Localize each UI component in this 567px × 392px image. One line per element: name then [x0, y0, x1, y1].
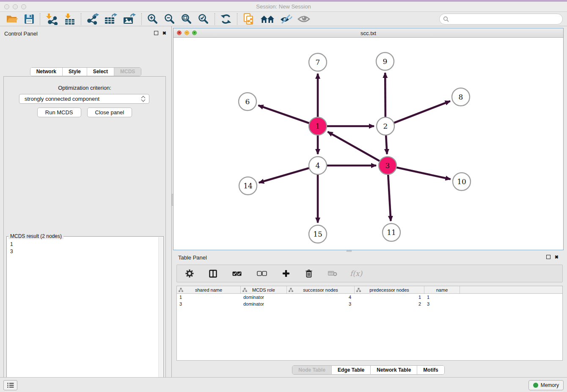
cell-successor-nodes[interactable]: 3: [287, 301, 355, 307]
clone-network-button[interactable]: [240, 13, 258, 25]
show-all-button[interactable]: [295, 13, 313, 25]
search-input[interactable]: [439, 14, 563, 25]
search-field: [439, 14, 563, 25]
dropdown-stepper-icon: [141, 96, 146, 102]
table-settings-button[interactable]: [183, 267, 196, 280]
graph-node-label: 10: [457, 177, 466, 186]
graph-node-label: 15: [313, 230, 322, 238]
open-file-button[interactable]: [3, 13, 21, 25]
memory-status-icon: [533, 383, 538, 388]
column-header-shared-name[interactable]: shared name: [177, 286, 241, 293]
table-row[interactable]: 1 dominator 4 1 1: [177, 294, 562, 301]
result-scrollbar[interactable]: [158, 237, 163, 392]
refresh-button[interactable]: [217, 13, 234, 25]
table-tabs: Node Table Edge Table Network Table Moti…: [173, 365, 564, 375]
delete-row-button[interactable]: [303, 267, 315, 280]
import-table-button[interactable]: [61, 13, 78, 25]
export-network-button[interactable]: [84, 13, 102, 25]
close-panel-icon[interactable]: ✖: [162, 31, 166, 35]
column-header-mcds-role[interactable]: MCDS role: [241, 286, 287, 293]
control-panel: Control Panel ✖ Network Style Select MCD…: [0, 26, 171, 377]
show-columns-button[interactable]: [206, 267, 220, 280]
mcds-tab-content: Optimization criterion: strongly connect…: [3, 76, 166, 392]
graph-node-label: 6: [245, 97, 250, 106]
network-window-title: scc.txt: [173, 30, 563, 36]
tab-network[interactable]: Network: [30, 68, 63, 76]
cell-mcds-role[interactable]: dominator: [241, 294, 287, 301]
unchecked-boxes-icon: [257, 271, 267, 276]
criterion-dropdown[interactable]: strongly connected component: [19, 94, 149, 104]
mcds-result-line: 3: [10, 248, 163, 255]
cell-shared-name[interactable]: 3: [177, 301, 241, 307]
task-history-button[interactable]: [3, 380, 17, 390]
toolbar-separator: [81, 13, 81, 25]
cell-predecessor-nodes[interactable]: 2: [355, 301, 424, 307]
graph-node-label: 2: [383, 122, 388, 130]
add-row-button[interactable]: [280, 267, 292, 280]
cell-shared-name[interactable]: 1: [177, 294, 241, 301]
network-graph[interactable]: 7968124314101511: [173, 38, 563, 250]
control-panel-tabs: Network Style Select MCDS: [0, 67, 171, 76]
memory-button[interactable]: Memory: [528, 380, 564, 390]
graph-edge-3-1[interactable]: [328, 132, 388, 166]
save-floppy-icon: [24, 14, 35, 25]
delete-table-button[interactable]: [325, 267, 340, 280]
graph-edge-2-8[interactable]: [385, 101, 450, 126]
tab-motifs[interactable]: Motifs: [417, 366, 444, 374]
zoom-out-icon: [164, 13, 176, 25]
mcds-result-title: MCDS result (2 nodes): [8, 233, 63, 239]
table-header-row: shared name MCDS role successor nodes: [177, 286, 562, 294]
hierarchy-icon: [242, 288, 247, 292]
run-mcds-button[interactable]: Run MCDS: [37, 108, 81, 117]
import-table-icon: [63, 13, 76, 25]
cell-mcds-role[interactable]: dominator: [241, 301, 287, 307]
cell-successor-nodes[interactable]: 4: [287, 294, 355, 301]
zoom-out-button[interactable]: [161, 13, 178, 25]
float-panel-icon[interactable]: [546, 255, 550, 259]
graph-node-label: 14: [243, 182, 253, 190]
save-session-button[interactable]: [21, 13, 37, 25]
tab-node-table[interactable]: Node Table: [292, 366, 332, 374]
node-table: shared name MCDS role successor nodes: [176, 286, 563, 361]
float-panel-icon[interactable]: [154, 31, 158, 35]
close-panel-button[interactable]: Close panel: [87, 108, 132, 117]
column-header-name[interactable]: name: [424, 286, 460, 293]
cell-name[interactable]: 3: [424, 301, 460, 307]
apply-function-button[interactable]: f(x): [350, 269, 362, 278]
houses-button[interactable]: [258, 13, 277, 25]
cell-predecessor-nodes[interactable]: 1: [355, 294, 424, 301]
graph-edge-1-6[interactable]: [259, 105, 318, 126]
criterion-value: strongly connected component: [25, 96, 99, 102]
table-row[interactable]: 3 dominator 3 2 3: [177, 301, 562, 307]
select-all-button[interactable]: [230, 267, 244, 280]
export-table-button[interactable]: [102, 13, 120, 25]
network-window-titlebar[interactable]: ✕ − + scc.txt: [173, 28, 563, 38]
tab-network-table[interactable]: Network Table: [371, 366, 417, 374]
import-network-button[interactable]: [43, 13, 61, 25]
hide-selected-button[interactable]: [277, 13, 295, 25]
hide-eye-icon: [280, 14, 292, 24]
close-panel-icon[interactable]: ✖: [555, 255, 559, 259]
graph-node-label: 9: [383, 57, 388, 66]
tab-select[interactable]: Select: [87, 68, 114, 76]
column-header-predecessor-nodes[interactable]: predecessor nodes: [355, 286, 424, 293]
houses-icon: [260, 14, 275, 24]
column-header-successor-nodes[interactable]: successor nodes: [287, 286, 355, 293]
refresh-icon: [220, 13, 232, 25]
control-panel-title: Control Panel: [4, 30, 38, 37]
deselect-all-button[interactable]: [254, 267, 270, 280]
status-bar: Memory: [0, 377, 567, 392]
zoom-in-button[interactable]: [144, 13, 161, 25]
tab-mcds[interactable]: MCDS: [114, 68, 141, 76]
search-icon: [443, 16, 449, 22]
graph-edge-3-10[interactable]: [388, 166, 451, 179]
zoom-fit-button[interactable]: [178, 13, 195, 25]
cell-name[interactable]: 1: [424, 294, 460, 301]
zoom-selected-button[interactable]: [195, 13, 212, 25]
tab-style[interactable]: Style: [63, 68, 87, 76]
zoom-fit-icon: [181, 13, 193, 25]
tab-edge-table[interactable]: Edge Table: [332, 366, 371, 374]
optimization-criterion-label: Optimization criterion:: [4, 85, 165, 91]
export-image-button[interactable]: [120, 13, 139, 25]
network-canvas[interactable]: 7968124314101511: [173, 38, 563, 250]
